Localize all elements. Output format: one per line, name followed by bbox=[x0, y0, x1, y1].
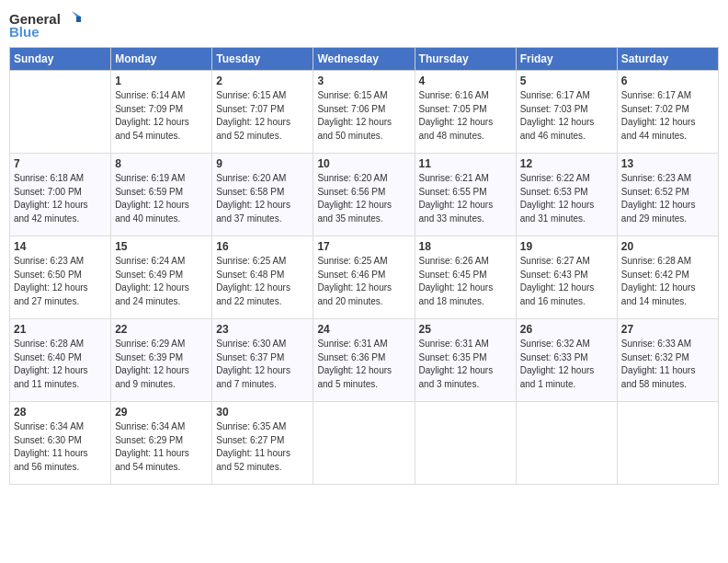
day-number: 5 bbox=[520, 75, 613, 87]
calendar-cell: 26Sunrise: 6:32 AMSunset: 6:33 PMDayligh… bbox=[516, 319, 617, 402]
day-info: Sunrise: 6:28 AMSunset: 6:42 PMDaylight:… bbox=[621, 255, 714, 308]
day-number: 22 bbox=[115, 323, 208, 336]
day-number: 16 bbox=[216, 240, 309, 253]
svg-marker-0 bbox=[72, 11, 81, 17]
day-info: Sunrise: 6:27 AMSunset: 6:43 PMDaylight:… bbox=[520, 255, 613, 308]
calendar-cell: 9Sunrise: 6:20 AMSunset: 6:58 PMDaylight… bbox=[212, 154, 313, 236]
calendar-cell bbox=[516, 402, 617, 485]
day-number: 11 bbox=[419, 157, 512, 170]
day-info: Sunrise: 6:25 AMSunset: 6:46 PMDaylight:… bbox=[317, 255, 410, 308]
day-info: Sunrise: 6:34 AMSunset: 6:29 PMDaylight:… bbox=[115, 420, 208, 474]
col-header-friday: Friday bbox=[516, 48, 617, 71]
day-number: 6 bbox=[621, 75, 714, 87]
svg-marker-1 bbox=[76, 17, 81, 22]
calendar-cell: 21Sunrise: 6:28 AMSunset: 6:40 PMDayligh… bbox=[10, 319, 111, 402]
day-number: 26 bbox=[520, 323, 613, 336]
logo-bird-icon bbox=[63, 9, 81, 28]
calendar-cell: 1Sunrise: 6:14 AMSunset: 7:09 PMDaylight… bbox=[111, 71, 212, 154]
calendar-cell: 15Sunrise: 6:24 AMSunset: 6:49 PMDayligh… bbox=[111, 236, 212, 319]
col-header-tuesday: Tuesday bbox=[212, 48, 313, 71]
day-number: 28 bbox=[14, 406, 107, 419]
logo-blue: Blue bbox=[9, 24, 40, 40]
calendar-cell: 7Sunrise: 6:18 AMSunset: 7:00 PMDaylight… bbox=[10, 154, 111, 236]
calendar-cell bbox=[313, 402, 415, 485]
day-info: Sunrise: 6:31 AMSunset: 6:36 PMDaylight:… bbox=[317, 338, 410, 391]
day-info: Sunrise: 6:23 AMSunset: 6:50 PMDaylight:… bbox=[14, 255, 107, 308]
calendar-cell: 19Sunrise: 6:27 AMSunset: 6:43 PMDayligh… bbox=[516, 236, 617, 319]
calendar-cell: 18Sunrise: 6:26 AMSunset: 6:45 PMDayligh… bbox=[415, 236, 516, 319]
day-number: 27 bbox=[621, 323, 714, 336]
calendar-cell: 27Sunrise: 6:33 AMSunset: 6:32 PMDayligh… bbox=[617, 319, 718, 402]
day-number: 15 bbox=[115, 240, 208, 253]
calendar-cell: 3Sunrise: 6:15 AMSunset: 7:06 PMDaylight… bbox=[313, 71, 415, 154]
day-info: Sunrise: 6:23 AMSunset: 6:52 PMDaylight:… bbox=[621, 172, 714, 225]
day-info: Sunrise: 6:29 AMSunset: 6:39 PMDaylight:… bbox=[115, 338, 208, 391]
day-info: Sunrise: 6:20 AMSunset: 6:58 PMDaylight:… bbox=[216, 172, 309, 225]
calendar-cell: 10Sunrise: 6:20 AMSunset: 6:56 PMDayligh… bbox=[313, 154, 415, 236]
day-number: 23 bbox=[216, 323, 309, 336]
day-info: Sunrise: 6:14 AMSunset: 7:09 PMDaylight:… bbox=[115, 89, 208, 143]
calendar-cell: 5Sunrise: 6:17 AMSunset: 7:03 PMDaylight… bbox=[516, 71, 617, 154]
calendar-cell: 20Sunrise: 6:28 AMSunset: 6:42 PMDayligh… bbox=[617, 236, 718, 319]
day-info: Sunrise: 6:18 AMSunset: 7:00 PMDaylight:… bbox=[14, 172, 107, 225]
day-number: 12 bbox=[520, 157, 613, 170]
day-number: 30 bbox=[216, 406, 309, 419]
week-row-4: 21Sunrise: 6:28 AMSunset: 6:40 PMDayligh… bbox=[10, 319, 719, 402]
day-info: Sunrise: 6:20 AMSunset: 6:56 PMDaylight:… bbox=[317, 172, 410, 225]
calendar-cell: 14Sunrise: 6:23 AMSunset: 6:50 PMDayligh… bbox=[10, 236, 111, 319]
day-info: Sunrise: 6:35 AMSunset: 6:27 PMDaylight:… bbox=[216, 420, 309, 474]
calendar-cell: 4Sunrise: 6:16 AMSunset: 7:05 PMDaylight… bbox=[415, 71, 516, 154]
day-info: Sunrise: 6:31 AMSunset: 6:35 PMDaylight:… bbox=[419, 338, 512, 391]
day-info: Sunrise: 6:22 AMSunset: 6:53 PMDaylight:… bbox=[520, 172, 613, 225]
calendar-cell bbox=[617, 402, 718, 485]
day-number: 17 bbox=[317, 240, 410, 253]
day-info: Sunrise: 6:19 AMSunset: 6:59 PMDaylight:… bbox=[115, 172, 208, 225]
calendar-cell: 17Sunrise: 6:25 AMSunset: 6:46 PMDayligh… bbox=[313, 236, 415, 319]
col-header-sunday: Sunday bbox=[10, 48, 111, 71]
calendar-cell: 22Sunrise: 6:29 AMSunset: 6:39 PMDayligh… bbox=[111, 319, 212, 402]
calendar-cell: 30Sunrise: 6:35 AMSunset: 6:27 PMDayligh… bbox=[212, 402, 313, 485]
day-number: 10 bbox=[317, 157, 410, 170]
day-info: Sunrise: 6:15 AMSunset: 7:06 PMDaylight:… bbox=[317, 89, 410, 143]
day-number: 9 bbox=[216, 157, 309, 170]
col-header-saturday: Saturday bbox=[617, 48, 718, 71]
day-number: 21 bbox=[14, 323, 107, 336]
day-info: Sunrise: 6:16 AMSunset: 7:05 PMDaylight:… bbox=[419, 89, 512, 143]
day-number: 24 bbox=[317, 323, 410, 336]
day-info: Sunrise: 6:33 AMSunset: 6:32 PMDaylight:… bbox=[621, 338, 714, 391]
calendar-cell: 25Sunrise: 6:31 AMSunset: 6:35 PMDayligh… bbox=[415, 319, 516, 402]
calendar-cell bbox=[415, 402, 516, 485]
day-info: Sunrise: 6:17 AMSunset: 7:03 PMDaylight:… bbox=[520, 89, 613, 143]
page-header: General Blue bbox=[9, 9, 719, 40]
day-info: Sunrise: 6:25 AMSunset: 6:48 PMDaylight:… bbox=[216, 255, 309, 308]
calendar-cell: 8Sunrise: 6:19 AMSunset: 6:59 PMDaylight… bbox=[111, 154, 212, 236]
day-info: Sunrise: 6:34 AMSunset: 6:30 PMDaylight:… bbox=[14, 420, 107, 474]
calendar-cell: 16Sunrise: 6:25 AMSunset: 6:48 PMDayligh… bbox=[212, 236, 313, 319]
day-number: 19 bbox=[520, 240, 613, 253]
day-number: 14 bbox=[14, 240, 107, 253]
day-number: 3 bbox=[317, 75, 410, 87]
day-info: Sunrise: 6:21 AMSunset: 6:55 PMDaylight:… bbox=[419, 172, 512, 225]
day-info: Sunrise: 6:26 AMSunset: 6:45 PMDaylight:… bbox=[419, 255, 512, 308]
col-header-thursday: Thursday bbox=[415, 48, 516, 71]
day-number: 18 bbox=[419, 240, 512, 253]
day-number: 8 bbox=[115, 157, 208, 170]
day-info: Sunrise: 6:17 AMSunset: 7:02 PMDaylight:… bbox=[621, 89, 714, 143]
day-number: 2 bbox=[216, 75, 309, 87]
day-info: Sunrise: 6:28 AMSunset: 6:40 PMDaylight:… bbox=[14, 338, 107, 391]
col-header-monday: Monday bbox=[111, 48, 212, 71]
calendar-cell: 24Sunrise: 6:31 AMSunset: 6:36 PMDayligh… bbox=[313, 319, 415, 402]
day-number: 4 bbox=[419, 75, 512, 87]
calendar-cell: 28Sunrise: 6:34 AMSunset: 6:30 PMDayligh… bbox=[10, 402, 111, 485]
calendar-cell: 2Sunrise: 6:15 AMSunset: 7:07 PMDaylight… bbox=[212, 71, 313, 154]
day-info: Sunrise: 6:30 AMSunset: 6:37 PMDaylight:… bbox=[216, 338, 309, 391]
calendar-cell bbox=[10, 71, 111, 154]
week-row-2: 7Sunrise: 6:18 AMSunset: 7:00 PMDaylight… bbox=[10, 154, 719, 236]
day-number: 25 bbox=[419, 323, 512, 336]
day-info: Sunrise: 6:24 AMSunset: 6:49 PMDaylight:… bbox=[115, 255, 208, 308]
day-number: 7 bbox=[14, 157, 107, 170]
day-number: 13 bbox=[621, 157, 714, 170]
calendar-table: SundayMondayTuesdayWednesdayThursdayFrid… bbox=[9, 47, 719, 485]
calendar-cell: 6Sunrise: 6:17 AMSunset: 7:02 PMDaylight… bbox=[617, 71, 718, 154]
week-row-3: 14Sunrise: 6:23 AMSunset: 6:50 PMDayligh… bbox=[10, 236, 719, 319]
